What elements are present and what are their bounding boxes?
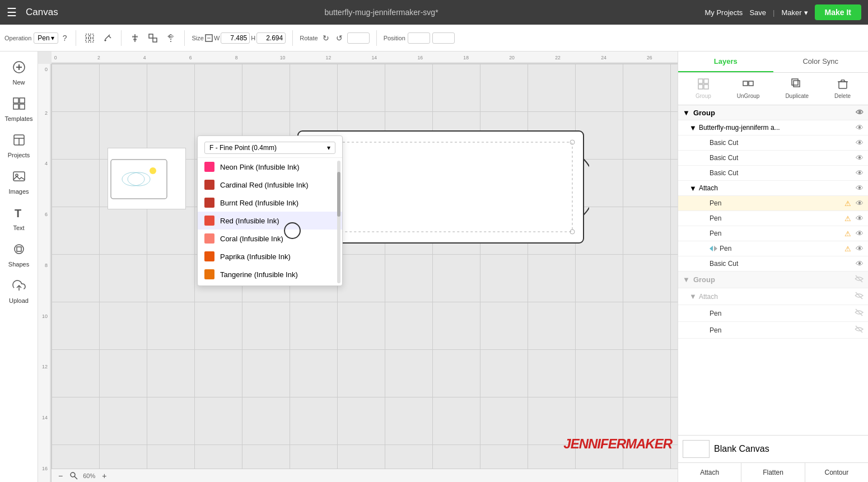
sidebar-item-shapes[interactable]: Shapes	[2, 238, 36, 272]
svg-text:10: 10	[280, 55, 286, 60]
attach-group-header: ▼ Attach 👁	[678, 181, 868, 196]
collapse-icon-attach-2[interactable]: ▼	[689, 292, 697, 301]
sidebar-item-templates[interactable]: Templates	[2, 92, 36, 127]
pen-eye-1[interactable]: 👁	[856, 199, 864, 208]
color-item-0[interactable]: Neon Pink (Infusible Ink)	[198, 158, 342, 176]
collapse-icon-attach[interactable]: ▼	[689, 184, 697, 193]
rotate-cw-icon[interactable]: ↻	[320, 31, 332, 45]
pen-eye-4[interactable]: 👁	[856, 244, 864, 253]
butterfly-group-label: Butterfly-mug-jenniferm a...	[699, 124, 853, 132]
svg-text:0: 0	[45, 67, 48, 72]
canvas-content[interactable]: F - Fine Point (0.4mm) ▾ Neon Pink (Infu…	[52, 64, 678, 469]
separator	[76, 30, 76, 46]
basic-cut-eye-4[interactable]: 👁	[856, 259, 864, 268]
help-button[interactable]: ?	[60, 31, 69, 45]
group-header-2[interactable]: ▼ Group	[678, 272, 868, 288]
deselect-button[interactable]	[83, 31, 96, 45]
zoom-out-button[interactable]: −	[56, 469, 65, 483]
basic-cut-eye-3[interactable]: 👁	[856, 169, 864, 177]
color-item-1[interactable]: Cardinal Red (Infusible Ink)	[198, 176, 342, 194]
canvas-area[interactable]: 0 2 4 6 8 10 12 14 16 18 20 22 24 26 0	[38, 52, 678, 482]
group-eye-1[interactable]: 👁	[856, 108, 864, 117]
arrange-button[interactable]	[146, 31, 160, 45]
butterfly-eye[interactable]: 👁	[856, 123, 864, 132]
layer-basic-cut-3: Basic Cut 👁	[678, 166, 868, 181]
attach-eye-2[interactable]	[855, 291, 864, 302]
ungroup-tool[interactable]: UnGroup	[732, 76, 764, 101]
color-item-5[interactable]: Paprika (Infusible Ink)	[198, 247, 342, 265]
svg-text:6: 6	[189, 55, 192, 60]
color-swatch-4	[204, 233, 214, 244]
dropdown-scrollbar[interactable]	[337, 161, 340, 283]
svg-rect-8	[132, 36, 138, 38]
delete-tool[interactable]: Delete	[830, 76, 855, 101]
tab-color-sync[interactable]: Color Sync	[773, 52, 869, 72]
flatten-action[interactable]: Flatten	[741, 463, 805, 482]
group-icon	[698, 78, 709, 92]
duplicate-tool[interactable]: Duplicate	[781, 76, 813, 101]
my-projects-link[interactable]: My Projects	[704, 8, 743, 17]
group-tool[interactable]: Group	[691, 76, 716, 101]
color-name-2: Burnt Red (Infusible Ink)	[220, 199, 298, 207]
color-name-5: Paprika (Infusible Ink)	[220, 252, 291, 261]
svg-line-5	[105, 35, 110, 39]
separator3	[184, 30, 185, 46]
sidebar-item-new[interactable]: New	[2, 56, 36, 90]
rotate-ccw-icon[interactable]: ↺	[334, 31, 345, 45]
svg-text:T: T	[15, 207, 21, 219]
align-button[interactable]	[128, 31, 142, 45]
edit-button[interactable]	[101, 31, 114, 45]
attach-eye[interactable]: 👁	[856, 184, 864, 193]
basic-cut-eye-1[interactable]: 👁	[856, 138, 864, 147]
color-item-6[interactable]: Tangerine (Infusible Ink)	[198, 265, 342, 283]
position-x-input[interactable]	[408, 32, 430, 44]
warning-icon-1: ⚠	[844, 199, 851, 208]
basic-cut-label-4: Basic Cut	[710, 260, 853, 268]
sidebar-item-upload[interactable]: Upload	[2, 274, 36, 308]
svg-text:2: 2	[45, 110, 48, 115]
flip-button[interactable]	[164, 31, 178, 45]
sidebar-item-projects[interactable]: Projects	[2, 129, 36, 163]
height-input[interactable]: 2.694	[256, 32, 286, 44]
rotate-input[interactable]	[347, 32, 370, 44]
pen-eye-6[interactable]	[855, 325, 864, 335]
maker-dropdown[interactable]: Maker ▾	[781, 8, 808, 17]
pen-eye-3[interactable]: 👁	[856, 229, 864, 238]
color-dropdown[interactable]: F - Fine Point (0.4mm) ▾ Neon Pink (Infu…	[197, 135, 343, 286]
color-swatch-5	[204, 251, 214, 261]
warning-icon-3: ⚠	[844, 230, 851, 238]
group-header-1[interactable]: ▼ Group 👁	[678, 105, 868, 120]
attach-action[interactable]: Attach	[678, 463, 741, 482]
pen-eye-2[interactable]: 👁	[856, 214, 864, 223]
shapes-icon	[12, 242, 26, 259]
group-label: Group	[696, 93, 711, 99]
collapse-icon-butterfly[interactable]: ▼	[689, 124, 697, 132]
width-input[interactable]: 7.485	[221, 32, 250, 44]
save-button[interactable]: Save	[749, 8, 766, 17]
operation-select[interactable]: Pen ▾	[34, 32, 58, 44]
arrange-group	[146, 31, 160, 45]
color-swatch-2	[204, 198, 214, 208]
contour-action[interactable]: Contour	[805, 463, 868, 482]
basic-cut-eye-2[interactable]: 👁	[856, 153, 864, 162]
hamburger-menu[interactable]: ☰	[7, 6, 17, 19]
svg-rect-73	[704, 79, 708, 83]
color-item-2[interactable]: Burnt Red (Infusible Ink)	[198, 194, 342, 212]
height-label: H	[251, 35, 255, 41]
svg-text:4: 4	[45, 161, 48, 166]
ungroup-icon	[743, 78, 754, 92]
position-y-input[interactable]	[432, 32, 455, 44]
group-eye-2[interactable]	[855, 274, 864, 285]
pen-eye-5[interactable]	[855, 308, 864, 319]
svg-text:22: 22	[555, 55, 561, 60]
pen-type-select[interactable]: F - Fine Point (0.4mm) ▾	[204, 142, 335, 154]
color-item-4[interactable]: Coral (Infusible Ink)	[198, 230, 342, 247]
svg-rect-78	[794, 81, 800, 87]
svg-point-70	[71, 472, 75, 477]
zoom-in-button[interactable]: +	[100, 469, 109, 483]
sidebar-item-text[interactable]: T Text	[2, 202, 36, 236]
color-item-3[interactable]: Red (Infusible Ink)	[198, 212, 342, 230]
sidebar-item-images[interactable]: Images	[2, 165, 36, 199]
tab-layers[interactable]: Layers	[678, 52, 773, 72]
make-it-button[interactable]: Make It	[815, 4, 861, 20]
